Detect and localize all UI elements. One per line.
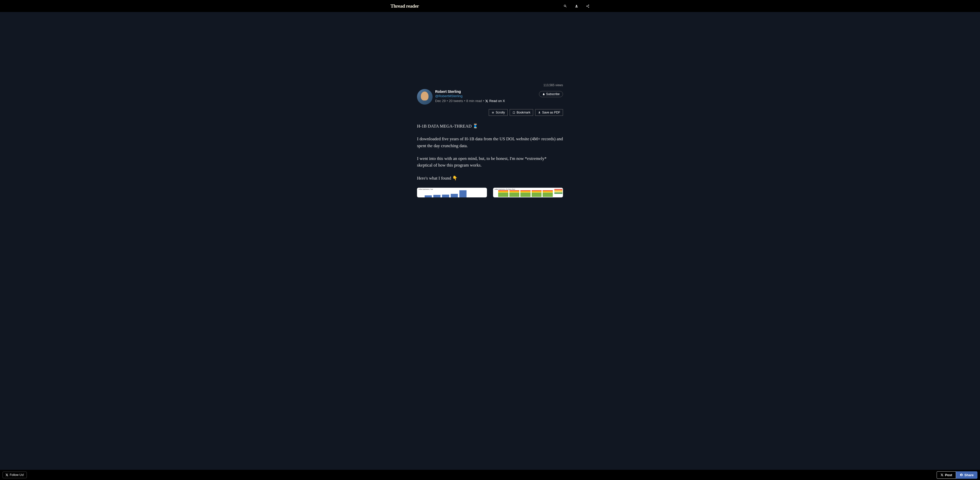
author-block: Robert Sterling @RobertMSterling Dec 29 … [417, 89, 563, 105]
x-logo-icon [940, 474, 943, 477]
tweet-paragraph: Here's what I found 👇 [417, 175, 563, 182]
top-navbar: Thread reader [0, 0, 980, 12]
thread-meta: Dec 29 • 20 tweets • 8 min read • Read o… [435, 99, 563, 103]
avatar[interactable] [417, 89, 433, 105]
chart-images: ertified Applications, Total ertified Ap… [417, 188, 563, 197]
share-icon[interactable] [586, 4, 590, 8]
tweet-paragraph: H-1B DATA MEGA-THREAD 🧵 [417, 123, 563, 130]
bell-icon [542, 93, 545, 96]
subscribe-button[interactable]: Subscribe [539, 91, 563, 97]
save-pdf-button[interactable]: Save as PDF [535, 109, 563, 116]
chart-image-1[interactable]: ertified Applications, Total [417, 188, 487, 197]
scrolly-button[interactable]: Scrolly [489, 109, 508, 116]
tweet-paragraph: I downloaded five years of H-1B data fro… [417, 136, 563, 149]
action-buttons: Scrolly Bookmark Save as PDF [417, 109, 563, 116]
facebook-share-button[interactable]: Share [956, 471, 977, 479]
bottom-bar: Follow Us! Post Share [0, 470, 980, 480]
scrolly-icon [492, 111, 494, 114]
pdf-icon [538, 111, 541, 114]
thread-content: 113,565 views Robert Sterling @RobertMSt… [417, 83, 563, 197]
x-logo-icon [5, 474, 8, 477]
ad-space [0, 12, 980, 83]
view-count: 113,565 views [417, 83, 563, 87]
meta-date: Dec 29 [435, 99, 445, 103]
meta-read-time: 8 min read [466, 99, 482, 103]
facebook-icon [960, 474, 963, 477]
post-on-x-button[interactable]: Post [937, 471, 956, 479]
tweet-paragraph: I went into this with an open mind, but,… [417, 155, 563, 169]
search-icon[interactable] [563, 4, 567, 8]
follow-us-button[interactable]: Follow Us! [3, 472, 27, 478]
user-icon[interactable] [575, 4, 578, 8]
x-logo-icon [485, 100, 488, 103]
read-on-x-link[interactable]: Read on X [485, 99, 505, 103]
bookmark-icon [512, 111, 515, 114]
chart-image-2[interactable]: ertified Applications, By Salary Band [493, 188, 563, 197]
thread-body: H-1B DATA MEGA-THREAD 🧵 I downloaded fiv… [417, 123, 563, 197]
bookmark-button[interactable]: Bookmark [510, 109, 533, 116]
site-logo[interactable]: Thread reader [390, 3, 419, 9]
meta-tweets: 20 tweets [449, 99, 463, 103]
